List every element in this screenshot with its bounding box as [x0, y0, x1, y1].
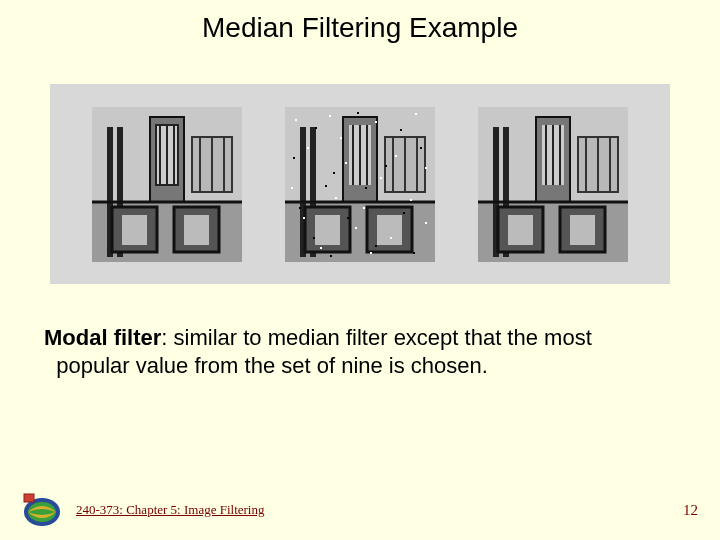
svg-rect-80 [570, 215, 595, 245]
svg-rect-47 [380, 177, 382, 179]
svg-rect-7 [184, 215, 209, 245]
svg-rect-24 [315, 215, 340, 245]
svg-rect-52 [425, 222, 427, 224]
example-image-row [50, 84, 670, 284]
svg-rect-72 [325, 185, 327, 187]
svg-rect-38 [329, 115, 331, 117]
svg-rect-39 [375, 121, 377, 123]
svg-rect-64 [299, 207, 301, 209]
chapter-label: 240-373: Chapter 5: Image Filtering [76, 502, 264, 518]
svg-rect-71 [365, 187, 367, 189]
svg-rect-54 [370, 252, 372, 254]
page-number: 12 [683, 502, 698, 519]
svg-rect-59 [400, 129, 402, 131]
svg-rect-69 [330, 255, 332, 257]
svg-rect-46 [335, 197, 337, 199]
svg-point-92 [28, 502, 56, 522]
svg-rect-26 [377, 215, 402, 245]
svg-rect-43 [395, 155, 397, 157]
body-text: Modal filter: similar to median filter e… [44, 324, 676, 379]
svg-rect-93 [24, 494, 34, 502]
svg-rect-5 [122, 215, 147, 245]
logo-icon [22, 492, 62, 528]
svg-rect-41 [307, 147, 309, 149]
footer: 240-373: Chapter 5: Image Filtering 12 [0, 492, 720, 528]
svg-rect-63 [420, 147, 422, 149]
svg-rect-50 [355, 227, 357, 229]
svg-rect-44 [425, 167, 427, 169]
slide-title: Median Filtering Example [0, 0, 720, 44]
svg-rect-56 [363, 207, 365, 209]
example-image-original [92, 107, 242, 262]
svg-rect-60 [293, 157, 295, 159]
svg-rect-68 [375, 245, 377, 247]
svg-rect-61 [333, 172, 335, 174]
svg-rect-51 [390, 237, 392, 239]
svg-rect-53 [320, 247, 322, 249]
svg-rect-57 [315, 127, 317, 129]
svg-rect-45 [291, 187, 293, 189]
svg-rect-40 [415, 113, 417, 115]
svg-rect-70 [413, 252, 415, 254]
svg-rect-37 [295, 119, 297, 121]
svg-rect-49 [303, 217, 305, 219]
svg-rect-42 [345, 162, 347, 164]
body-text-bold: Modal filter [44, 325, 161, 350]
example-image-noisy [285, 107, 435, 262]
svg-rect-78 [508, 215, 533, 245]
svg-rect-67 [313, 237, 315, 239]
svg-rect-48 [410, 199, 412, 201]
svg-rect-65 [347, 217, 349, 219]
svg-rect-66 [403, 212, 405, 214]
svg-rect-58 [357, 112, 359, 114]
svg-rect-62 [385, 165, 387, 167]
example-image-filtered [478, 107, 628, 262]
svg-rect-55 [340, 137, 342, 139]
